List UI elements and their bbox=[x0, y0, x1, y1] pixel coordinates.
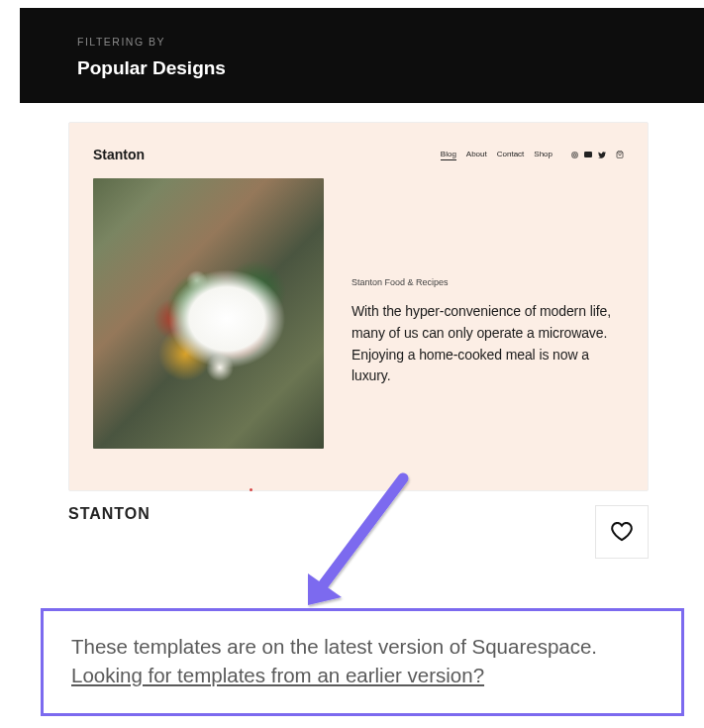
svg-rect-2 bbox=[584, 152, 592, 157]
heart-icon bbox=[611, 522, 633, 542]
notice-main-text: These templates are on the latest versio… bbox=[71, 635, 597, 658]
cart-icon bbox=[616, 151, 624, 158]
template-name-label: STANTON bbox=[68, 505, 151, 523]
template-nav: Blog About Contact Shop bbox=[441, 150, 624, 160]
youtube-icon bbox=[584, 151, 592, 158]
template-footer: STANTON bbox=[68, 505, 649, 559]
template-subheading: Stanton Food & Recipes bbox=[352, 277, 624, 287]
template-text-block: Stanton Food & Recipes With the hyper-co… bbox=[352, 240, 624, 387]
template-preview-header: Stanton Blog About Contact Shop bbox=[93, 147, 624, 162]
notice-text: These templates are on the latest versio… bbox=[71, 633, 654, 689]
template-logo: Stanton bbox=[93, 147, 145, 162]
svg-rect-0 bbox=[571, 152, 576, 156]
nav-link-about: About bbox=[466, 150, 487, 159]
twitter-icon bbox=[598, 151, 606, 158]
instagram-icon bbox=[570, 151, 578, 158]
svg-marker-4 bbox=[308, 573, 342, 605]
nav-link-contact: Contact bbox=[497, 150, 525, 159]
template-body: Stanton Food & Recipes With the hyper-co… bbox=[93, 178, 624, 449]
version-notice-box: These templates are on the latest versio… bbox=[41, 608, 684, 716]
nav-link-blog: Blog bbox=[441, 150, 456, 160]
favorite-button[interactable] bbox=[595, 505, 649, 559]
filter-title: Popular Designs bbox=[77, 57, 664, 79]
svg-point-1 bbox=[573, 154, 575, 156]
filtering-by-label: FILTERING BY bbox=[77, 36, 664, 48]
nav-social-icons bbox=[570, 151, 624, 158]
food-salad-image bbox=[93, 178, 324, 449]
template-preview-card[interactable]: Stanton Blog About Contact Shop bbox=[68, 122, 649, 491]
earlier-version-link[interactable]: Looking for templates from an earlier ve… bbox=[71, 664, 484, 686]
filter-header: FILTERING BY Popular Designs bbox=[20, 8, 704, 103]
slide-indicator bbox=[250, 488, 252, 491]
nav-link-shop: Shop bbox=[534, 150, 553, 159]
template-description: With the hyper-convenience of modern lif… bbox=[352, 301, 624, 387]
